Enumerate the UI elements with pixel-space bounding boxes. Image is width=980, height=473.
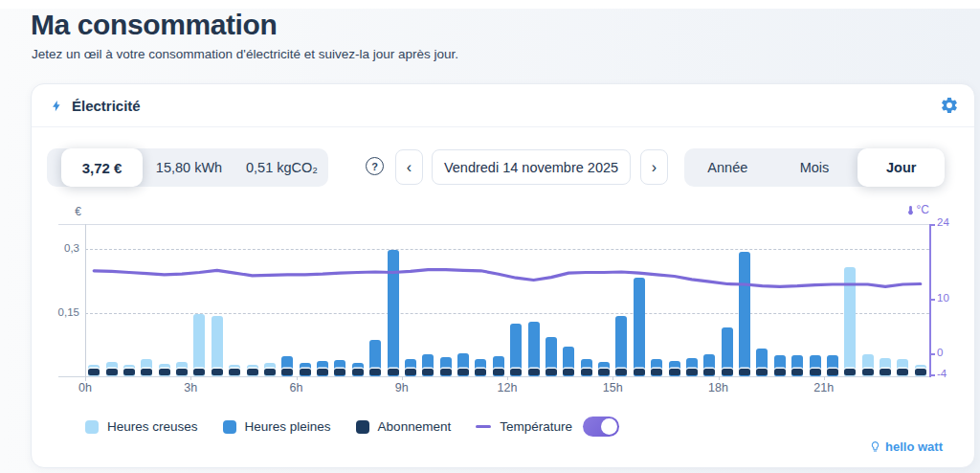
stat-cost-pill[interactable]: 3,72 € [61,148,143,187]
right-tick-mark [930,353,935,355]
left-axis-unit: € [58,205,81,218]
x-tick-mark [824,376,825,380]
x-tick-label-3h: 3h [184,381,197,394]
heures-creuses-swatch [85,420,99,434]
next-day-button[interactable]: › [640,149,668,185]
left-tick-0-3: 0,3 [51,242,79,254]
toggle-knob [601,418,617,435]
card-header: Électricité [32,84,974,127]
x-tick-mark [507,376,508,380]
abonnement-swatch [356,420,369,434]
legend-label-temperature: Température [500,419,572,434]
temperature-swatch [476,425,491,429]
page-title: Ma consommation [31,9,980,41]
right-tick-neg4: -4 [937,368,947,379]
x-tick-label-0h: 0h [78,381,92,394]
date-selector[interactable]: Vendredi 14 novembre 2025 [432,149,631,185]
legend-label-heures-pleines: Heures pleines [245,419,331,434]
stats-group: 3,72 € 15,80 kWh 0,51 kgCO₂ [47,148,328,187]
right-tick-0: 0 [937,347,943,358]
x-tick-label-18h: 18h [708,381,728,394]
x-tick-label-15h: 15h [603,381,623,394]
x-tick-mark [719,376,720,380]
settings-gear-icon[interactable] [939,95,960,116]
tab-annee[interactable]: Année [684,148,771,187]
card-title: Électricité [72,98,141,114]
lightning-bolt-icon [48,95,63,116]
right-tick-mark [930,224,935,226]
hellowatt-logo[interactable]: hello watt [869,439,943,454]
period-tabs: Année Mois Jour [684,148,945,187]
top-strip [0,0,980,9]
right-tick-mark [930,374,935,376]
tab-mois[interactable]: Mois [771,148,858,187]
legend-label-heures-creuses: Heures creuses [107,419,198,434]
legend-label-abonnement: Abonnement [378,419,452,434]
left-tick-0-15: 0,15 [43,306,79,318]
x-tick-label-12h: 12h [498,381,518,394]
heures-pleines-swatch [223,420,236,434]
x-axis-labels: 0h3h6h9h12h15h18h21h [85,381,929,396]
chart-legend: Heures creuses Heures pleines Abonnement… [85,417,619,437]
x-tick-mark [402,376,403,380]
right-tick-mark [930,299,935,301]
temperature-toggle[interactable] [583,417,619,437]
x-tick-label-21h: 21h [813,381,834,394]
right-axis-unit: °C [878,203,929,216]
x-tick-label-9h: 9h [395,381,409,394]
page-subtitle: Jetez un œil à votre consommation d'élec… [32,47,980,61]
x-tick-label-6h: 6h [290,381,303,394]
tab-jour[interactable]: Jour [858,148,945,187]
right-tick-10: 10 [937,292,949,304]
right-tick-24: 24 [937,216,949,228]
page: Ma consommation Jetez un œil à votre con… [0,9,980,61]
stat-energy[interactable]: 15,80 kWh [143,160,235,175]
prev-day-button[interactable]: ‹ [395,149,423,185]
lightbulb-icon [869,439,881,454]
hellowatt-label: hello watt [885,439,943,454]
help-icon[interactable]: ? [366,157,384,175]
x-tick-mark [297,376,298,380]
x-tick-mark [612,376,613,380]
stat-co2[interactable]: 0,51 kgCO₂ [235,160,328,175]
temperature-line [85,224,929,376]
thermometer-icon [905,204,916,216]
x-axis-line [58,376,929,377]
electricity-card: Électricité 3,72 € 15,80 kWh 0,51 kgCO₂ … [31,83,975,468]
x-tick-mark [190,376,191,380]
